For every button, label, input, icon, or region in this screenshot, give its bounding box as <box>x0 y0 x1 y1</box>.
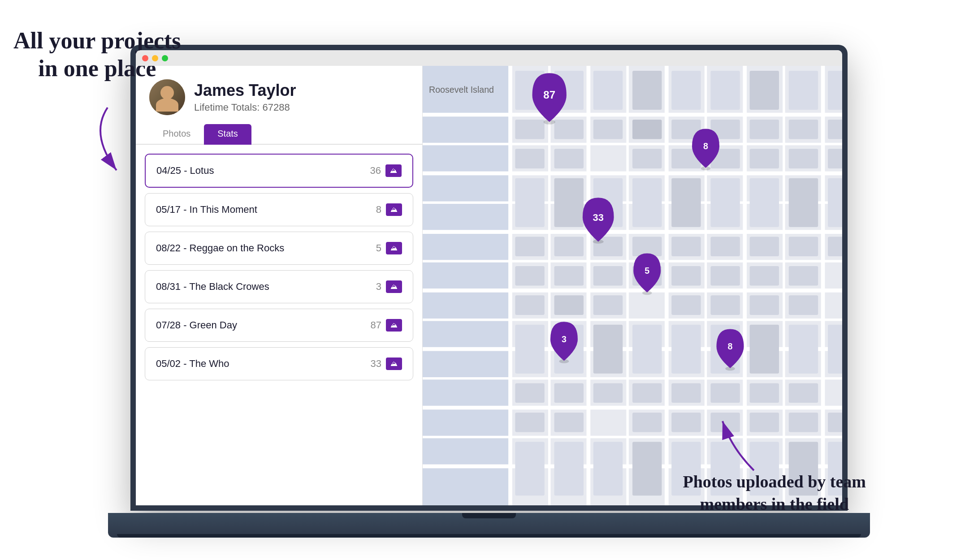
list-item[interactable]: 08/31 - The Black Crowes 3 <box>145 270 413 303</box>
svg-rect-33 <box>789 71 818 110</box>
svg-rect-65 <box>671 237 701 257</box>
svg-rect-102 <box>515 413 544 432</box>
svg-rect-66 <box>710 237 740 257</box>
svg-rect-57 <box>710 178 740 227</box>
list-container: 04/25 - Lotus 36 05/17 - In This Moment … <box>136 145 422 505</box>
photo-icon <box>386 203 402 216</box>
svg-rect-45 <box>554 149 584 168</box>
svg-rect-41 <box>750 120 779 139</box>
svg-rect-82 <box>710 295 740 315</box>
list-item-label: 05/02 - The Who <box>156 358 229 370</box>
svg-text:Roosevelt Island: Roosevelt Island <box>429 85 494 95</box>
svg-rect-44 <box>515 149 544 168</box>
svg-rect-64 <box>632 237 662 257</box>
list-item[interactable]: 05/17 - In This Moment 8 <box>145 193 413 226</box>
svg-rect-78 <box>515 295 544 315</box>
svg-text:3: 3 <box>562 334 567 344</box>
profile-name: James Taylor <box>194 81 296 100</box>
svg-rect-92 <box>789 325 818 374</box>
svg-rect-110 <box>515 442 544 495</box>
svg-rect-29 <box>632 71 662 110</box>
svg-rect-99 <box>710 383 740 403</box>
maximize-dot[interactable] <box>162 55 168 61</box>
list-item-label: 07/28 - Green Day <box>156 319 237 331</box>
list-item-right: 3 <box>376 280 402 293</box>
svg-text:33: 33 <box>593 212 604 223</box>
list-item-count: 8 <box>376 204 381 215</box>
photo-icon <box>386 242 402 254</box>
svg-rect-38 <box>632 120 662 139</box>
laptop-base <box>108 513 870 538</box>
list-item[interactable]: 04/25 - Lotus 36 <box>145 154 413 188</box>
tab-stats[interactable]: Stats <box>204 124 251 145</box>
svg-rect-68 <box>789 237 818 257</box>
svg-rect-74 <box>671 266 701 286</box>
svg-rect-97 <box>632 383 662 403</box>
svg-rect-94 <box>515 383 544 403</box>
svg-rect-62 <box>554 237 584 257</box>
svg-rect-46 <box>632 149 662 168</box>
svg-rect-96 <box>593 383 623 403</box>
photo-icon <box>386 358 402 370</box>
profile-lifetime: Lifetime Totals: 67288 <box>194 102 296 113</box>
svg-rect-50 <box>789 149 818 168</box>
left-arrow <box>81 99 170 188</box>
svg-rect-51 <box>828 149 842 168</box>
svg-rect-113 <box>632 442 662 495</box>
list-item-label: 05/17 - In This Moment <box>156 204 257 215</box>
svg-rect-72 <box>593 266 623 286</box>
svg-text:5: 5 <box>645 266 649 276</box>
svg-rect-88 <box>632 325 662 374</box>
map-svg: Roosevelt Island 87 <box>423 66 842 505</box>
photo-icon <box>385 164 402 177</box>
svg-rect-98 <box>671 383 701 403</box>
photo-icon <box>386 280 402 293</box>
list-item-right: 5 <box>376 242 402 254</box>
svg-rect-83 <box>750 295 779 315</box>
list-item[interactable]: 07/28 - Green Day 87 <box>145 309 413 342</box>
left-panel: James Taylor Lifetime Totals: 67288 Phot… <box>136 66 423 505</box>
svg-rect-79 <box>554 295 584 315</box>
svg-rect-37 <box>593 120 623 139</box>
svg-rect-87 <box>593 325 623 374</box>
list-item-right: 87 <box>371 319 402 332</box>
svg-text:8: 8 <box>703 141 708 151</box>
svg-rect-103 <box>554 413 584 432</box>
svg-rect-75 <box>710 266 740 286</box>
list-item-count: 33 <box>371 358 381 370</box>
laptop-base-bottom <box>117 534 861 538</box>
list-item-count: 87 <box>371 319 381 331</box>
svg-rect-28 <box>593 71 623 110</box>
svg-rect-53 <box>554 178 584 227</box>
svg-rect-81 <box>671 295 701 315</box>
svg-rect-89 <box>671 325 701 374</box>
svg-rect-59 <box>789 178 818 227</box>
svg-rect-108 <box>789 413 818 432</box>
tabs: Photos Stats <box>136 115 422 145</box>
svg-rect-95 <box>554 383 584 403</box>
laptop-hinge <box>462 513 516 518</box>
svg-rect-85 <box>515 325 544 374</box>
list-item-right: 33 <box>371 358 402 370</box>
list-item[interactable]: 05/02 - The Who 33 <box>145 347 413 380</box>
scene: All your projects in one place Photos up… <box>0 0 978 560</box>
svg-rect-112 <box>593 442 623 495</box>
svg-rect-93 <box>828 325 842 374</box>
list-item-right: 36 <box>370 164 402 177</box>
svg-rect-30 <box>671 71 701 110</box>
svg-rect-32 <box>750 71 779 110</box>
svg-rect-58 <box>750 178 779 227</box>
svg-rect-56 <box>671 178 701 227</box>
svg-rect-31 <box>710 71 740 110</box>
minimize-dot[interactable] <box>152 55 158 61</box>
svg-rect-111 <box>554 442 584 495</box>
svg-text:8: 8 <box>728 341 733 351</box>
close-dot[interactable] <box>142 55 148 61</box>
svg-rect-84 <box>789 295 818 315</box>
list-item-count: 5 <box>376 242 381 254</box>
right-arrow <box>696 403 776 484</box>
svg-rect-70 <box>515 266 544 286</box>
profile-info: James Taylor Lifetime Totals: 67288 <box>194 81 296 113</box>
list-item[interactable]: 08/22 - Reggae on the Rocks 5 <box>145 232 413 265</box>
photo-icon <box>386 319 402 332</box>
